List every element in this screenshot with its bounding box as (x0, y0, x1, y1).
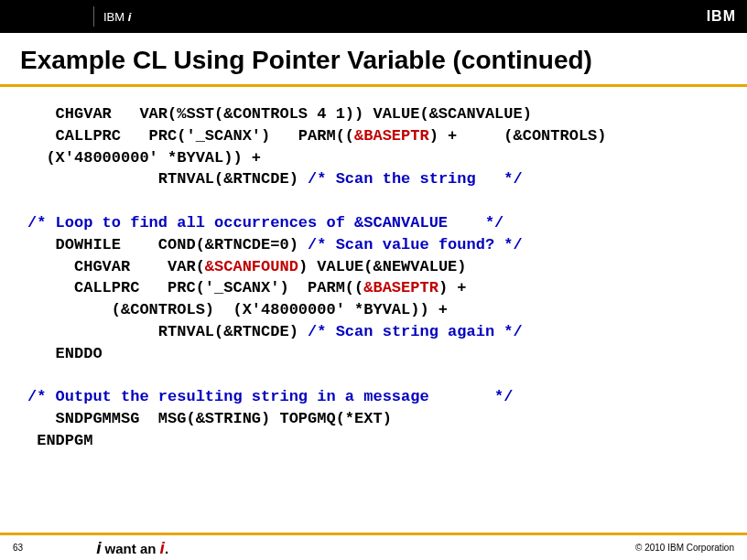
tagline-dot: . (165, 541, 168, 556)
code-comment: /* Loop to find all occurrences of &SCAN… (27, 214, 503, 232)
code-comment: /* Scan string again */ (308, 323, 523, 340)
code-line: CALLPRC PRC('_SCANX') PARM(( (27, 127, 354, 145)
page-number: 63 (13, 543, 23, 553)
code-comment: /* Scan the string */ (308, 170, 523, 188)
code-comment: /* Output the resulting string in a mess… (27, 388, 514, 405)
code-line: ENDDO (27, 345, 103, 362)
title-section: Example CL Using Pointer Variable (conti… (0, 33, 747, 87)
code-line: SNDPGMMSG MSG(&STRING) TOPGMQ(*EXT) (27, 410, 392, 427)
slide-title: Example CL Using Pointer Variable (conti… (20, 46, 727, 75)
footer-left: 63 i want an i. (13, 538, 168, 558)
code-comment: /* Scan value found? */ (308, 236, 523, 253)
tagline-mid: want an (101, 541, 159, 556)
code-line: CALLPRC PRC('_SCANX') PARM(( (27, 279, 363, 296)
copyright: © 2010 IBM Corporation (635, 543, 734, 553)
code-highlight: &BASEPTR (354, 127, 429, 145)
header-divider (93, 6, 94, 27)
brand-suffix: i (128, 10, 132, 24)
code-line: RTNVAL(&RTNCDE) (27, 323, 308, 340)
code-line: ) VALUE(&NEWVALUE) (298, 258, 467, 275)
code-line: + (448, 279, 466, 296)
code-block: CHGVAR VAR(%SST(&CONTROLS 4 1)) VALUE(&S… (0, 87, 747, 452)
code-line: (&CONTROLS) (X'48000000' *BYVAL)) + (27, 301, 448, 318)
header-left: IBM i (11, 0, 131, 33)
slide-footer: 63 i want an i. © 2010 IBM Corporation (0, 533, 747, 560)
code-line: ENDPGM (27, 432, 92, 449)
code-line: (X'48000000' *BYVAL)) + (27, 149, 261, 167)
code-highlight: &SCANFOUND (205, 258, 298, 275)
brand-label: IBM i (103, 10, 131, 24)
code-line: RTNVAL(&RTNCDE) (27, 170, 308, 188)
code-line: ) (438, 279, 448, 296)
tagline: i want an i. (96, 538, 168, 558)
code-highlight: &BASEPTR (363, 279, 438, 296)
code-line: ) + (&CONTROLS) (429, 127, 607, 145)
code-line: CHGVAR VAR( (27, 258, 205, 275)
brand-prefix: IBM (103, 10, 128, 24)
code-line: CHGVAR VAR(%SST(&CONTROLS 4 1)) VALUE(&S… (27, 105, 532, 123)
slide-header: IBM i IBM (0, 0, 747, 33)
ibm-logo: IBM (707, 8, 736, 25)
code-line: DOWHILE COND(&RTNCDE=0) (27, 236, 308, 253)
